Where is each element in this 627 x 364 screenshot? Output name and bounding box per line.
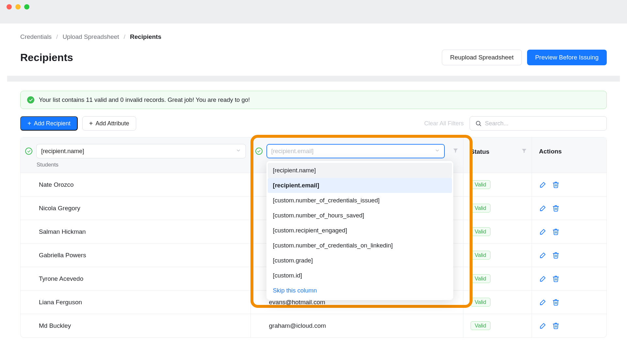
recipient-email-cell: graham@icloud.com: [250, 314, 463, 338]
trash-icon[interactable]: [552, 275, 559, 282]
name-column-source-label: Students: [37, 162, 246, 168]
edit-icon[interactable]: [539, 228, 546, 235]
window-zoom-dot[interactable]: [24, 4, 29, 9]
window-minimize-dot[interactable]: [15, 4, 21, 9]
actions-cell: [532, 314, 606, 338]
edit-icon[interactable]: [539, 275, 546, 282]
add-attribute-label: Add Attribute: [95, 120, 129, 127]
dropdown-option[interactable]: [custom.recipient_engaged]: [268, 223, 452, 238]
page-title: Recipients: [20, 52, 73, 64]
status-cell: Valid: [463, 197, 532, 220]
trash-icon[interactable]: [552, 322, 559, 329]
validation-alert-text: Your list contains 11 valid and 0 invali…: [39, 96, 250, 103]
edit-icon[interactable]: [539, 252, 546, 259]
valid-column-icon: [25, 148, 32, 155]
edit-icon[interactable]: [539, 322, 546, 329]
filter-icon[interactable]: [453, 148, 458, 155]
table-row: Md Buckleygraham@icloud.comValid: [21, 314, 606, 338]
dropdown-option[interactable]: [custom.id]: [268, 268, 452, 283]
recipient-name-cell: Gabriella Powers: [21, 244, 250, 267]
breadcrumb-recipients: Recipients: [130, 33, 161, 40]
add-recipient-label: Add Recipient: [34, 120, 71, 127]
add-attribute-button[interactable]: + Add Attribute: [82, 116, 136, 131]
edit-icon[interactable]: [539, 299, 546, 306]
breadcrumb-upload-spreadsheet[interactable]: Upload Spreadsheet: [62, 33, 119, 40]
search-input[interactable]: [485, 120, 601, 127]
trash-icon[interactable]: [552, 299, 559, 306]
status-cell: Valid: [463, 173, 532, 197]
breadcrumb-sep: /: [56, 33, 58, 40]
actions-cell: [532, 197, 606, 220]
svg-line-1: [480, 125, 481, 126]
search-box[interactable]: [470, 116, 607, 131]
dropdown-option[interactable]: [custom.grade]: [268, 253, 452, 268]
status-badge: Valid: [471, 298, 490, 307]
toolbar: + Add Recipient + Add Attribute Clear Al…: [20, 116, 607, 131]
column-mapping-dropdown: [recipient.name][recipient.email][custom…: [266, 161, 453, 300]
validation-alert: Your list contains 11 valid and 0 invali…: [20, 91, 607, 109]
check-circle-icon: [27, 96, 34, 103]
recipient-name-cell: Liana Ferguson: [21, 291, 250, 314]
breadcrumb: Credentials / Upload Spreadsheet / Recip…: [20, 33, 607, 40]
status-cell: Valid: [463, 220, 532, 244]
email-column-placeholder: [recipient.email]: [271, 148, 314, 155]
edit-icon[interactable]: [539, 205, 546, 212]
trash-icon[interactable]: [552, 181, 559, 188]
status-cell: Valid: [463, 267, 532, 291]
chrome-spacer: [0, 14, 627, 24]
actions-cell: [532, 291, 606, 314]
status-badge: Valid: [471, 251, 490, 260]
status-cell: Valid: [463, 291, 532, 314]
reupload-spreadsheet-button[interactable]: Reupload Spreadsheet: [442, 50, 522, 65]
breadcrumb-credentials[interactable]: Credentials: [20, 33, 52, 40]
actions-column-header: Actions: [539, 148, 562, 155]
header-card: Credentials / Upload Spreadsheet / Recip…: [7, 24, 620, 76]
name-column-value: [recipient.name]: [41, 148, 84, 155]
edit-icon[interactable]: [539, 181, 546, 188]
status-badge: Valid: [471, 274, 490, 283]
chevron-down-icon: [435, 148, 440, 155]
dropdown-option[interactable]: [custom.number_of_credentials_on_linkedi…: [268, 238, 452, 253]
valid-column-icon: [255, 148, 263, 155]
status-cell: Valid: [463, 244, 532, 267]
preview-before-issuing-button[interactable]: Preview Before Issuing: [527, 50, 607, 65]
dropdown-option[interactable]: [recipient.name]: [268, 163, 452, 178]
dropdown-option[interactable]: [custom.number_of_credentials_issued]: [268, 193, 452, 208]
window-close-dot[interactable]: [7, 4, 12, 9]
status-cell: Valid: [463, 314, 532, 338]
status-badge: Valid: [471, 321, 490, 330]
dropdown-skip-column[interactable]: Skip this column: [268, 283, 452, 298]
email-column-mapping-select[interactable]: [recipient.email]: [266, 144, 445, 158]
status-badge: Valid: [471, 204, 490, 213]
recipient-name-cell: Tyrone Acevedo: [21, 267, 250, 291]
status-badge: Valid: [471, 180, 490, 189]
actions-cell: [532, 267, 606, 291]
actions-cell: [532, 244, 606, 267]
filter-icon[interactable]: [521, 148, 527, 155]
trash-icon[interactable]: [552, 252, 559, 259]
add-recipient-button[interactable]: + Add Recipient: [20, 116, 78, 131]
recipient-name-cell: Nicola Gregory: [21, 197, 250, 220]
trash-icon[interactable]: [552, 205, 559, 212]
plus-icon: +: [89, 120, 93, 127]
breadcrumb-sep: /: [124, 33, 125, 40]
actions-cell: [532, 220, 606, 244]
dropdown-option[interactable]: [custom.number_of_hours_saved]: [268, 208, 452, 223]
actions-cell: [532, 173, 606, 197]
status-column-header: Status: [471, 148, 490, 155]
recipient-name-cell: Nate Orozco: [21, 173, 250, 197]
clear-all-filters[interactable]: Clear All Filters: [424, 120, 464, 127]
window-titlebar: [0, 0, 627, 14]
name-column-mapping-select[interactable]: [recipient.name]: [36, 144, 246, 158]
trash-icon[interactable]: [552, 228, 559, 235]
dropdown-option[interactable]: [recipient.email]: [268, 178, 452, 193]
plus-icon: +: [27, 120, 31, 127]
body-card: Your list contains 11 valid and 0 invali…: [7, 82, 620, 338]
recipients-table: [recipient.name] Students: [20, 137, 607, 338]
search-icon: [475, 120, 482, 127]
chevron-down-icon: [236, 148, 241, 155]
recipient-name-cell: Salman Hickman: [21, 220, 250, 244]
recipient-name-cell: Md Buckley: [21, 314, 250, 338]
status-badge: Valid: [471, 227, 490, 236]
